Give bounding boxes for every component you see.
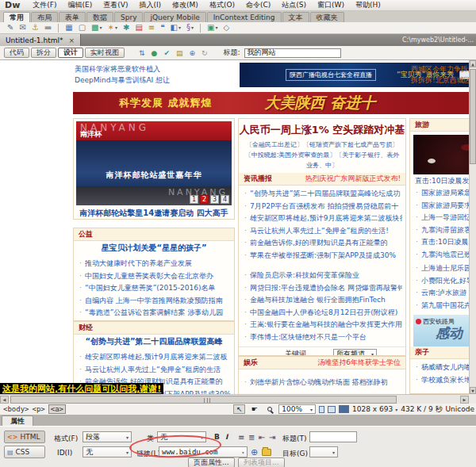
scroll-down-icon[interactable]: ▼ [470, 387, 476, 394]
live-view-button[interactable]: 实时视图 [85, 48, 125, 58]
charity-feature-link[interactable]: 星宝贝计划关爱“星星的孩子” [74, 241, 234, 255]
head-tag-icon[interactable]: ◧▾ [171, 24, 181, 32]
section-title[interactable]: 娱乐 [244, 358, 258, 368]
horizontal-scrollbar[interactable]: ◀ ▶ [0, 394, 469, 404]
zoom-level-select[interactable]: 100% ▾ [278, 404, 316, 414]
news-link[interactable]: 刘德华新片含惊心动魄动作场面 搭档张静初 [244, 377, 402, 389]
news-link[interactable]: 中国金融四十人伊春论坛8月12日召开(附议程) [244, 307, 402, 320]
tab-data[interactable]: 数据 [86, 12, 113, 22]
view-options-icon[interactable]: ⊕ [189, 49, 195, 57]
vertical-scrollbar[interactable]: ▲ ▼ [469, 60, 476, 394]
news-link[interactable]: 苹果在华被举报垄断:强制下架APP及提成30% [244, 250, 402, 262]
date-icon[interactable]: ▤ [135, 24, 142, 32]
xian-railway-ad-banner[interactable]: 西安铁路局 感动 [413, 315, 469, 346]
news-link[interactable]: 网贷日报:平台违规遭协会除名 网贷爆雷再敲警钟 [244, 282, 402, 295]
properties-tab[interactable]: 属性 [2, 415, 33, 426]
media-icon[interactable]: ✶▾ [108, 24, 117, 32]
ordered-list-icon[interactable]: ≣ [248, 433, 255, 442]
menu-file[interactable]: 文件(F) [27, 0, 62, 11]
news-link[interactable]: 西城区今年力争拆违 [411, 63, 469, 75]
format-select[interactable]: 段落 ▾ [83, 431, 132, 442]
menu-modify[interactable]: 修改(M) [167, 0, 204, 11]
tablet-size-icon[interactable] [328, 406, 336, 413]
section-title[interactable]: 财经 [79, 323, 93, 333]
tag-a-selected[interactable]: <a> [48, 404, 66, 414]
tab-common[interactable]: 常用 [3, 12, 30, 22]
tab-layout[interactable]: 布局 [31, 12, 58, 22]
close-icon[interactable]: × [68, 36, 75, 44]
travel-photo-caption-link[interactable]: 直击:10日凌晨发生 [410, 174, 469, 186]
code-view-button[interactable]: 代码 [4, 48, 29, 58]
point-to-file-icon[interactable]: ⊕ [251, 448, 258, 457]
news-link[interactable]: 学校减负家长增负? [415, 374, 469, 387]
news-link[interactable]: “毒跑道”公益诉讼首案调解结案 涉事幼儿园 [79, 307, 231, 320]
table-icon[interactable]: ▦ [65, 24, 72, 32]
refresh-design-view-icon[interactable]: ↻ [202, 49, 208, 57]
zoom-tool-icon[interactable] [263, 404, 275, 414]
class-select[interactable]: 无 ▾ [157, 431, 206, 442]
news-link[interactable]: 7月P2P平台百强榜发布 拍拍贷搜易贷稳居前十 [244, 201, 402, 213]
main-headline-link[interactable]: 人民币一周上涨1% 空头踩踏对冲基 [239, 123, 405, 137]
html-mode-button[interactable]: <> HTML [4, 431, 45, 443]
news-link[interactable]: 雄安新区即将雄起,预计9月底将迎来第二波板块行 [244, 212, 402, 225]
scroll-up-icon[interactable]: ▲ [470, 60, 476, 67]
news-link[interactable]: 李伟博士:区块链绝对不只是一个平台 [244, 331, 402, 344]
tab-spry[interactable]: Spry [114, 12, 143, 22]
scroll-right-icon[interactable]: ▶ [460, 396, 469, 404]
news-link[interactable]: 王嵩:银行要在金融与科技的融合中发挥更大作用 [244, 319, 402, 331]
news-link[interactable]: 拆拆拆!北京西城区 [411, 75, 469, 86]
menu-help[interactable]: 帮助(H) [350, 0, 386, 11]
visual-aids-icon[interactable]: ▤ [176, 49, 183, 57]
page-properties-button[interactable]: 页面属性... [188, 457, 235, 467]
news-link[interactable]: 九寨沟滞留旅客第一 [415, 224, 469, 237]
phone-size-icon[interactable] [319, 406, 324, 413]
email-link-icon[interactable]: ✉ [19, 24, 25, 32]
slideshow[interactable]: NANYANG 南洋杯 南洋杯邮轮站盛世嘉年华 NANYANG 1 2 3 4 [76, 121, 232, 205]
unordered-list-icon[interactable]: ≡ [238, 433, 244, 442]
news-link[interactable]: 马云让杭州人率先过上“免押金”租房的生活 [79, 364, 231, 377]
tag-body[interactable]: <body> [3, 405, 29, 413]
vertical-scroll-thumb[interactable] [470, 69, 476, 164]
red-campaign-banner[interactable]: 科学发展 成就辉煌 大美陕西 奋进十 [73, 92, 469, 114]
split-view-button[interactable]: 拆分 [31, 48, 56, 58]
news-link[interactable]: 直击:10日凌晨发生 [415, 236, 469, 249]
preview-in-browser-icon[interactable]: ● [152, 49, 158, 57]
document-tab[interactable]: Untitled-1.html* × [0, 34, 81, 46]
selected-link-text[interactable]: 这是我的网站,有什么问题可以问我,谢谢! [0, 383, 163, 394]
link-combo[interactable]: www.baidu.com ▾ [159, 446, 248, 457]
template-icon[interactable]: ▣▾ [207, 24, 217, 32]
image-icon[interactable]: ▩▾ [91, 24, 102, 32]
widget-icon[interactable]: ✱ [123, 24, 129, 32]
indent-icon[interactable]: ⇥ [269, 433, 275, 442]
file-management-icon[interactable]: ⇅ [139, 49, 145, 57]
tab-jquery-mobile[interactable]: jQuery Mobile [144, 12, 205, 22]
menu-commands[interactable]: 命令(C) [240, 0, 276, 11]
menu-insert[interactable]: 插入(I) [133, 0, 167, 11]
list-item-button[interactable]: 列表项目... [238, 457, 285, 467]
section-title[interactable]: 公益 [79, 229, 93, 239]
document-title-input[interactable]: 我的网站 [244, 48, 341, 58]
channel-select[interactable]: 所有频道 ▾ [333, 349, 377, 357]
news-link[interactable]: 国家旅游局紧急行动 [415, 187, 469, 200]
news-link[interactable]: 美国科学家将恶意软件植入 [75, 63, 235, 75]
menu-format[interactable]: 格式(O) [204, 0, 240, 11]
outdent-icon[interactable]: ⇤ [259, 433, 265, 442]
hand-tool-icon[interactable]: ☛ [248, 404, 260, 414]
news-link[interactable]: 中国妇女儿童慈善奖表彰大会在北京举办 [79, 270, 231, 283]
news-link[interactable]: 云南:泸水旅游 [415, 287, 469, 300]
tab-incontext-editing[interactable]: InContext Editing [207, 12, 282, 22]
design-view-button[interactable]: 设计 [58, 48, 83, 58]
target-select[interactable]: ▾ [309, 446, 338, 457]
tab-forms[interactable]: 表单 [59, 12, 86, 22]
news-link[interactable]: 九寨沟地震已致19人 [415, 249, 469, 262]
pager-4[interactable]: 4 [221, 195, 229, 204]
comment-icon[interactable]: ❝ [160, 24, 164, 32]
named-anchor-icon[interactable]: ⚓ [32, 24, 39, 32]
news-link[interactable]: 上海迪士尼乐园接待 [415, 262, 469, 275]
validate-markup-icon[interactable]: ✔ [163, 49, 170, 57]
section-title[interactable]: 资讯播报 [244, 174, 272, 184]
news-link[interactable]: 自编内容 上海一中学首推网络欺凌预防指南 [79, 295, 231, 308]
select-tool-icon[interactable]: ↖ [233, 404, 245, 414]
tab-favorites[interactable]: 收藏夹 [310, 12, 344, 22]
news-link[interactable]: 推动大健康时代下的养老产业发展 [79, 258, 231, 270]
